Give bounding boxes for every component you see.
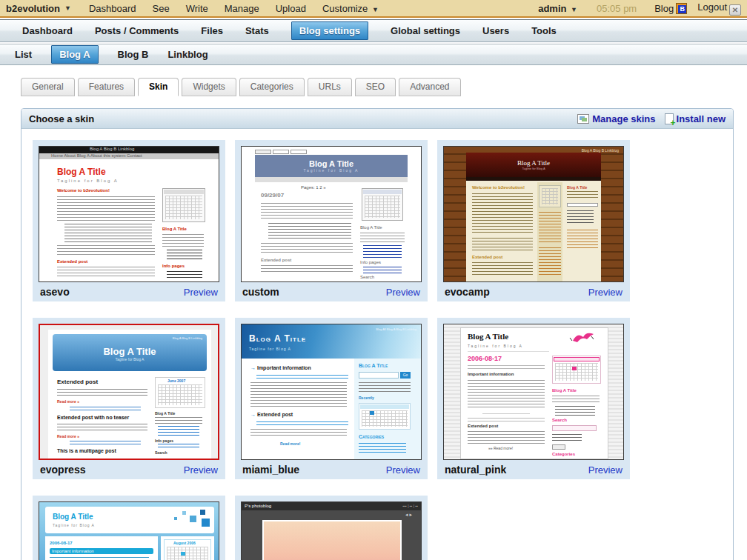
preview-link[interactable]: Preview bbox=[184, 464, 218, 476]
fake-text bbox=[256, 421, 348, 426]
fake-link-list bbox=[158, 444, 199, 450]
skin-thumbnail-miami-blue[interactable]: Blog All Blog A Blog B Linkblog Blog A T… bbox=[241, 324, 422, 460]
thumb-header: Blog A Blog B Linkblog Blog A Title Tagl… bbox=[53, 334, 207, 371]
skin-thumbnail-evocamp[interactable]: Blog A Blog B Linkblog Blog A Title Tagl… bbox=[443, 146, 624, 282]
skin-thumbnail-blue[interactable]: Blog A Title Tagline for Blog A 2006-08-… bbox=[39, 501, 219, 560]
fake-text bbox=[50, 557, 149, 560]
logout-link[interactable]: Logout✕ bbox=[697, 1, 741, 16]
app-logo[interactable]: b2evolution bbox=[6, 3, 60, 14]
fake-text bbox=[167, 271, 202, 278]
fake-text bbox=[472, 238, 533, 251]
thumb-nav bbox=[255, 177, 408, 182]
tab-blog-b[interactable]: Blog B bbox=[118, 49, 149, 60]
fake-text bbox=[468, 418, 545, 422]
thumb-go-button: Go bbox=[400, 372, 411, 379]
user-menu[interactable]: admin ▼ bbox=[538, 3, 579, 14]
fake-text bbox=[57, 245, 155, 256]
thumb-sidebar-title: Blog A Title bbox=[359, 363, 388, 368]
thumb-calendar bbox=[162, 188, 205, 222]
topmenu-see[interactable]: See bbox=[152, 3, 169, 14]
tab-blog-list[interactable]: List bbox=[15, 49, 32, 60]
thumb-sidebar-title: Search bbox=[360, 275, 374, 279]
topmenu-write[interactable]: Write bbox=[186, 3, 208, 14]
tab-dashboard[interactable]: Dashboard bbox=[22, 25, 73, 36]
skin-cell-photoblog: P's photoblog ▪▪▪ | ▪▪ | ▪▪ ◂ ▸ bbox=[235, 496, 428, 560]
topmenu-dashboard[interactable]: Dashboard bbox=[89, 3, 136, 14]
thumb-sidebar-title: Recently bbox=[359, 396, 374, 400]
fake-text bbox=[57, 424, 147, 433]
fake-text bbox=[552, 396, 600, 404]
subtab-features[interactable]: Features bbox=[78, 78, 135, 96]
subtab-skin[interactable]: Skin bbox=[138, 78, 179, 96]
fake-link-list bbox=[158, 426, 199, 438]
pixel-squares-decoration bbox=[200, 510, 205, 515]
fake-link-list bbox=[555, 406, 595, 416]
preview-link[interactable]: Preview bbox=[386, 464, 420, 476]
thumb-sidebar-title: Blog A Title bbox=[360, 225, 382, 230]
subtab-categories[interactable]: Categories bbox=[239, 78, 305, 96]
tab-blog-settings[interactable]: Blog settings bbox=[291, 21, 368, 40]
thumb-header-links: ▪▪▪ | ▪▪ | ▪▪ bbox=[402, 502, 418, 510]
thumb-tagline: Tagline for Blog A bbox=[53, 357, 207, 361]
skin-thumbnail-photoblog[interactable]: P's photoblog ▪▪▪ | ▪▪ | ▪▪ ◂ ▸ bbox=[241, 501, 422, 560]
thumb-post-title: Extended post with no teaser bbox=[57, 415, 129, 420]
fake-link-list bbox=[539, 247, 561, 277]
fake-text bbox=[155, 417, 202, 424]
thumb-title: Blog A Title bbox=[53, 513, 93, 521]
tab-blog-a[interactable]: Blog A bbox=[51, 45, 98, 64]
thumb-sidebar-title: Info pages bbox=[155, 439, 173, 443]
tab-tools[interactable]: Tools bbox=[531, 25, 557, 36]
install-new-link[interactable]: +Install new bbox=[665, 113, 726, 124]
tab-posts-comments[interactable]: Posts / Comments bbox=[95, 25, 179, 36]
skin-thumbnail-natural-pink[interactable]: Blog A Title Tagline for Blog A 2006-08-… bbox=[443, 324, 624, 460]
fake-text bbox=[567, 191, 598, 200]
manage-skins-icon bbox=[577, 114, 589, 124]
thumb-tabs bbox=[255, 150, 307, 154]
preview-link[interactable]: Preview bbox=[588, 287, 622, 298]
preview-link[interactable]: Preview bbox=[386, 287, 420, 298]
subtab-general[interactable]: General bbox=[21, 78, 75, 96]
preview-link[interactable]: Preview bbox=[588, 464, 622, 476]
thumb-sidebar-title: Info pages bbox=[360, 260, 381, 264]
thumb-title: Blog A Title bbox=[57, 167, 106, 177]
thumb-post-title: Extended post bbox=[261, 258, 291, 262]
tab-files[interactable]: Files bbox=[201, 25, 223, 36]
thumb-calendar bbox=[552, 356, 601, 384]
thumb-calendar bbox=[539, 185, 561, 207]
skin-thumbnail-custom[interactable]: Blog A Title Tagline for Blog A Pages: 1… bbox=[241, 146, 422, 282]
subtab-seo[interactable]: SEO bbox=[355, 78, 396, 96]
tab-global-settings[interactable]: Global settings bbox=[391, 25, 460, 36]
thumb-post-bar: Important information bbox=[50, 548, 153, 554]
fake-link-list bbox=[567, 230, 598, 249]
tab-linkblog[interactable]: Linkblog bbox=[167, 49, 208, 60]
topmenu-customize[interactable]: Customize ▼ bbox=[322, 3, 380, 14]
fake-link-list bbox=[363, 245, 402, 259]
tab-stats[interactable]: Stats bbox=[245, 25, 269, 36]
pink-bird-graphic bbox=[567, 330, 597, 347]
thumb-tagline: Tagline for Blog A bbox=[466, 167, 601, 170]
thumb-header: Blog All Blog A Blog B Linkblog Blog A T… bbox=[242, 324, 421, 359]
tab-users[interactable]: Users bbox=[482, 25, 509, 36]
fake-text bbox=[250, 382, 347, 407]
subtab-urls[interactable]: URLs bbox=[308, 78, 352, 96]
skin-name: custom bbox=[242, 286, 279, 298]
subtab-advanced[interactable]: Advanced bbox=[399, 78, 460, 96]
sunset-photo bbox=[264, 521, 400, 560]
view-blog-link[interactable]: BlogB bbox=[654, 3, 687, 14]
fake-text bbox=[472, 262, 533, 277]
topmenu-manage[interactable]: Manage bbox=[225, 3, 259, 14]
skin-thumbnail-evopress-selected[interactable]: Blog A Blog B Linkblog Blog A Title Tagl… bbox=[39, 324, 219, 460]
preview-link[interactable]: Preview bbox=[184, 287, 218, 298]
subtab-widgets[interactable]: Widgets bbox=[182, 78, 236, 96]
skin-name: evopress bbox=[40, 464, 85, 476]
settings-sub-tabs: General Features Skin Widgets Categories… bbox=[21, 78, 747, 96]
thumb-pages: Pages: 1 2 » bbox=[301, 185, 326, 190]
manage-skins-link[interactable]: Manage skins bbox=[577, 113, 655, 124]
clock-time: 05:05 pm bbox=[597, 3, 637, 14]
fake-text bbox=[468, 365, 545, 371]
fake-text bbox=[256, 375, 348, 379]
skin-thumbnail-asevo[interactable]: Blog A Blog B Linkblog Home About Blog A… bbox=[39, 146, 219, 282]
topmenu-upload[interactable]: Upload bbox=[276, 3, 306, 14]
fake-text bbox=[64, 224, 152, 243]
skin-cell-blue: Blog A Title Tagline for Blog A 2006-08-… bbox=[33, 496, 225, 560]
